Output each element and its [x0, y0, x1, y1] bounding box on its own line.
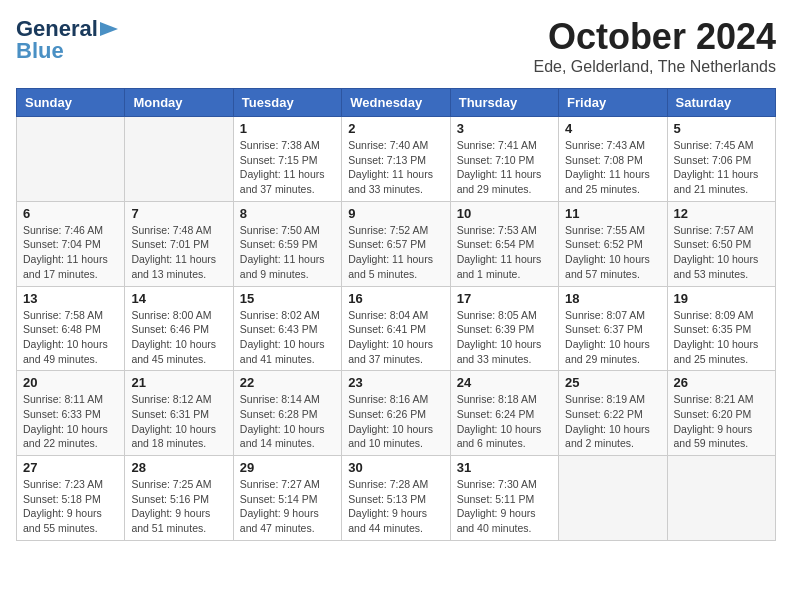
day-detail: Sunrise: 8:09 AMSunset: 6:35 PMDaylight:… — [674, 308, 769, 367]
day-number: 19 — [674, 291, 769, 306]
day-detail: Sunrise: 7:38 AMSunset: 7:15 PMDaylight:… — [240, 138, 335, 197]
calendar-cell: 3Sunrise: 7:41 AMSunset: 7:10 PMDaylight… — [450, 117, 558, 202]
day-number: 4 — [565, 121, 660, 136]
calendar-cell: 23Sunrise: 8:16 AMSunset: 6:26 PMDayligh… — [342, 371, 450, 456]
calendar-cell: 7Sunrise: 7:48 AMSunset: 7:01 PMDaylight… — [125, 201, 233, 286]
day-detail: Sunrise: 7:50 AMSunset: 6:59 PMDaylight:… — [240, 223, 335, 282]
day-number: 3 — [457, 121, 552, 136]
calendar-cell — [17, 117, 125, 202]
logo: General Blue — [16, 16, 118, 64]
calendar-week-row: 6Sunrise: 7:46 AMSunset: 7:04 PMDaylight… — [17, 201, 776, 286]
weekday-header-thursday: Thursday — [450, 89, 558, 117]
calendar-cell: 20Sunrise: 8:11 AMSunset: 6:33 PMDayligh… — [17, 371, 125, 456]
day-number: 28 — [131, 460, 226, 475]
title-section: October 2024 Ede, Gelderland, The Nether… — [533, 16, 776, 76]
day-detail: Sunrise: 7:28 AMSunset: 5:13 PMDaylight:… — [348, 477, 443, 536]
calendar-cell: 18Sunrise: 8:07 AMSunset: 6:37 PMDayligh… — [559, 286, 667, 371]
day-number: 10 — [457, 206, 552, 221]
day-detail: Sunrise: 7:41 AMSunset: 7:10 PMDaylight:… — [457, 138, 552, 197]
weekday-header-sunday: Sunday — [17, 89, 125, 117]
calendar-cell: 19Sunrise: 8:09 AMSunset: 6:35 PMDayligh… — [667, 286, 775, 371]
day-detail: Sunrise: 7:55 AMSunset: 6:52 PMDaylight:… — [565, 223, 660, 282]
calendar-cell — [125, 117, 233, 202]
day-number: 12 — [674, 206, 769, 221]
calendar-cell — [559, 456, 667, 541]
day-number: 2 — [348, 121, 443, 136]
day-detail: Sunrise: 8:00 AMSunset: 6:46 PMDaylight:… — [131, 308, 226, 367]
calendar-cell: 4Sunrise: 7:43 AMSunset: 7:08 PMDaylight… — [559, 117, 667, 202]
day-detail: Sunrise: 8:19 AMSunset: 6:22 PMDaylight:… — [565, 392, 660, 451]
calendar-cell: 10Sunrise: 7:53 AMSunset: 6:54 PMDayligh… — [450, 201, 558, 286]
weekday-header-friday: Friday — [559, 89, 667, 117]
day-number: 20 — [23, 375, 118, 390]
day-number: 29 — [240, 460, 335, 475]
calendar-cell: 31Sunrise: 7:30 AMSunset: 5:11 PMDayligh… — [450, 456, 558, 541]
day-detail: Sunrise: 8:05 AMSunset: 6:39 PMDaylight:… — [457, 308, 552, 367]
day-number: 30 — [348, 460, 443, 475]
logo-blue: Blue — [16, 38, 64, 64]
day-detail: Sunrise: 8:07 AMSunset: 6:37 PMDaylight:… — [565, 308, 660, 367]
day-number: 17 — [457, 291, 552, 306]
calendar-cell: 14Sunrise: 8:00 AMSunset: 6:46 PMDayligh… — [125, 286, 233, 371]
day-detail: Sunrise: 7:43 AMSunset: 7:08 PMDaylight:… — [565, 138, 660, 197]
calendar-cell: 30Sunrise: 7:28 AMSunset: 5:13 PMDayligh… — [342, 456, 450, 541]
day-number: 9 — [348, 206, 443, 221]
day-detail: Sunrise: 7:23 AMSunset: 5:18 PMDaylight:… — [23, 477, 118, 536]
day-detail: Sunrise: 7:46 AMSunset: 7:04 PMDaylight:… — [23, 223, 118, 282]
calendar-cell: 1Sunrise: 7:38 AMSunset: 7:15 PMDaylight… — [233, 117, 341, 202]
calendar-week-row: 13Sunrise: 7:58 AMSunset: 6:48 PMDayligh… — [17, 286, 776, 371]
day-detail: Sunrise: 8:02 AMSunset: 6:43 PMDaylight:… — [240, 308, 335, 367]
day-number: 25 — [565, 375, 660, 390]
day-number: 27 — [23, 460, 118, 475]
calendar-cell: 29Sunrise: 7:27 AMSunset: 5:14 PMDayligh… — [233, 456, 341, 541]
calendar-cell: 12Sunrise: 7:57 AMSunset: 6:50 PMDayligh… — [667, 201, 775, 286]
location-subtitle: Ede, Gelderland, The Netherlands — [533, 58, 776, 76]
calendar-cell: 17Sunrise: 8:05 AMSunset: 6:39 PMDayligh… — [450, 286, 558, 371]
day-number: 26 — [674, 375, 769, 390]
calendar-cell: 15Sunrise: 8:02 AMSunset: 6:43 PMDayligh… — [233, 286, 341, 371]
weekday-header-monday: Monday — [125, 89, 233, 117]
calendar-cell: 21Sunrise: 8:12 AMSunset: 6:31 PMDayligh… — [125, 371, 233, 456]
day-detail: Sunrise: 7:27 AMSunset: 5:14 PMDaylight:… — [240, 477, 335, 536]
day-number: 16 — [348, 291, 443, 306]
weekday-header-tuesday: Tuesday — [233, 89, 341, 117]
day-number: 7 — [131, 206, 226, 221]
day-detail: Sunrise: 8:21 AMSunset: 6:20 PMDaylight:… — [674, 392, 769, 451]
header: General Blue October 2024 Ede, Gelderlan… — [16, 16, 776, 76]
svg-marker-0 — [100, 22, 118, 36]
calendar-cell: 2Sunrise: 7:40 AMSunset: 7:13 PMDaylight… — [342, 117, 450, 202]
calendar-table: SundayMondayTuesdayWednesdayThursdayFrid… — [16, 88, 776, 541]
day-detail: Sunrise: 7:57 AMSunset: 6:50 PMDaylight:… — [674, 223, 769, 282]
day-detail: Sunrise: 8:18 AMSunset: 6:24 PMDaylight:… — [457, 392, 552, 451]
day-number: 1 — [240, 121, 335, 136]
day-number: 23 — [348, 375, 443, 390]
calendar-cell: 9Sunrise: 7:52 AMSunset: 6:57 PMDaylight… — [342, 201, 450, 286]
day-number: 14 — [131, 291, 226, 306]
calendar-cell: 8Sunrise: 7:50 AMSunset: 6:59 PMDaylight… — [233, 201, 341, 286]
day-detail: Sunrise: 7:58 AMSunset: 6:48 PMDaylight:… — [23, 308, 118, 367]
logo-arrow-icon — [100, 22, 118, 36]
calendar-cell: 11Sunrise: 7:55 AMSunset: 6:52 PMDayligh… — [559, 201, 667, 286]
day-number: 13 — [23, 291, 118, 306]
day-detail: Sunrise: 7:48 AMSunset: 7:01 PMDaylight:… — [131, 223, 226, 282]
calendar-cell: 25Sunrise: 8:19 AMSunset: 6:22 PMDayligh… — [559, 371, 667, 456]
day-detail: Sunrise: 8:14 AMSunset: 6:28 PMDaylight:… — [240, 392, 335, 451]
calendar-cell: 16Sunrise: 8:04 AMSunset: 6:41 PMDayligh… — [342, 286, 450, 371]
day-number: 31 — [457, 460, 552, 475]
calendar-week-row: 27Sunrise: 7:23 AMSunset: 5:18 PMDayligh… — [17, 456, 776, 541]
calendar-week-row: 20Sunrise: 8:11 AMSunset: 6:33 PMDayligh… — [17, 371, 776, 456]
day-detail: Sunrise: 8:16 AMSunset: 6:26 PMDaylight:… — [348, 392, 443, 451]
day-number: 21 — [131, 375, 226, 390]
calendar-cell: 5Sunrise: 7:45 AMSunset: 7:06 PMDaylight… — [667, 117, 775, 202]
day-number: 24 — [457, 375, 552, 390]
calendar-cell: 22Sunrise: 8:14 AMSunset: 6:28 PMDayligh… — [233, 371, 341, 456]
day-detail: Sunrise: 7:30 AMSunset: 5:11 PMDaylight:… — [457, 477, 552, 536]
day-detail: Sunrise: 8:12 AMSunset: 6:31 PMDaylight:… — [131, 392, 226, 451]
calendar-cell: 28Sunrise: 7:25 AMSunset: 5:16 PMDayligh… — [125, 456, 233, 541]
day-detail: Sunrise: 7:45 AMSunset: 7:06 PMDaylight:… — [674, 138, 769, 197]
weekday-header-row: SundayMondayTuesdayWednesdayThursdayFrid… — [17, 89, 776, 117]
calendar-cell: 6Sunrise: 7:46 AMSunset: 7:04 PMDaylight… — [17, 201, 125, 286]
day-number: 18 — [565, 291, 660, 306]
calendar-cell — [667, 456, 775, 541]
day-number: 5 — [674, 121, 769, 136]
